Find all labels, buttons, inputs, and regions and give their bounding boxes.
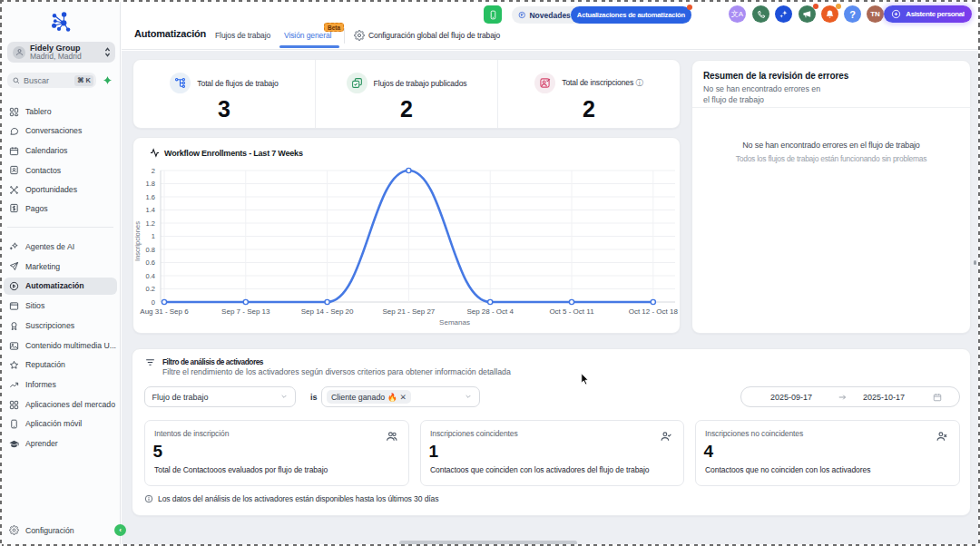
svg-text:1: 1 xyxy=(152,232,155,240)
svg-text:0: 0 xyxy=(152,298,155,307)
svg-text:Sep 28 - Oct 4: Sep 28 - Oct 4 xyxy=(466,307,514,316)
svg-text:1.2: 1.2 xyxy=(146,219,155,228)
svg-text:Sep 14 - Sep 20: Sep 14 - Sep 20 xyxy=(301,307,354,316)
svg-text:0.2: 0.2 xyxy=(146,285,155,293)
svg-text:Aug 31 - Sep 6: Aug 31 - Sep 6 xyxy=(140,307,189,316)
svg-text:2: 2 xyxy=(152,167,155,175)
svg-text:Sep 7 - Sep 13: Sep 7 - Sep 13 xyxy=(221,307,270,316)
svg-text:0.6: 0.6 xyxy=(146,258,155,267)
svg-text:1.6: 1.6 xyxy=(146,193,155,201)
svg-text:1.4: 1.4 xyxy=(146,206,155,214)
svg-text:Oct 12 - Oct 18: Oct 12 - Oct 18 xyxy=(629,307,679,316)
svg-text:1.8: 1.8 xyxy=(146,180,155,188)
svg-text:Inscripciones: Inscripciones xyxy=(133,221,142,261)
svg-text:Sep 21 - Sep 27: Sep 21 - Sep 27 xyxy=(382,307,435,316)
svg-text:Oct 5 - Oct 11: Oct 5 - Oct 11 xyxy=(549,307,594,316)
svg-text:0.8: 0.8 xyxy=(146,246,155,254)
svg-text:0.4: 0.4 xyxy=(146,272,155,280)
svg-text:Semanas: Semanas xyxy=(439,318,470,327)
